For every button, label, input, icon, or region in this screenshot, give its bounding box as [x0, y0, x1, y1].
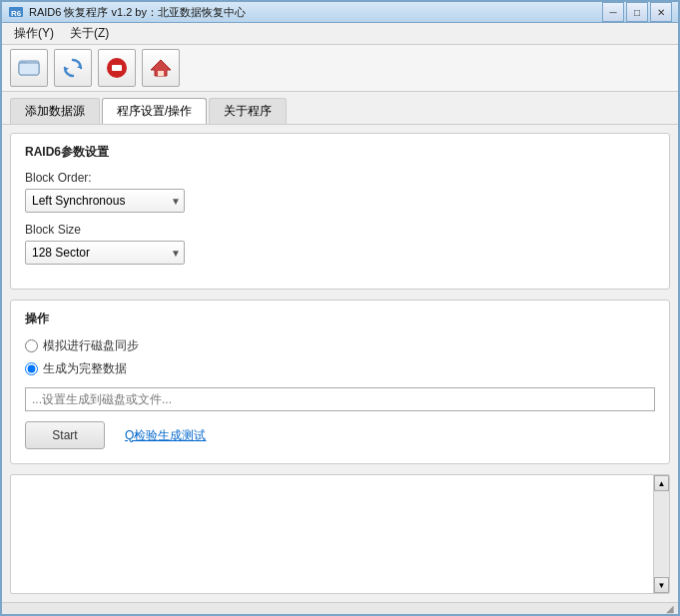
status-bar: ◢ [2, 602, 678, 614]
svg-rect-8 [112, 65, 122, 71]
raid6-settings-section: RAID6参数设置 Block Order: Left Synchronous … [10, 133, 670, 290]
radio-simulate[interactable] [25, 339, 38, 352]
scrollbar: ▲ ▼ [653, 475, 669, 593]
home-icon [149, 56, 173, 80]
stop-icon [105, 56, 129, 80]
toolbar [2, 45, 678, 92]
block-order-label: Block Order: [25, 171, 655, 185]
block-order-group: Block Order: Left Synchronous Left Asymm… [25, 171, 655, 213]
refresh-icon [61, 56, 85, 80]
main-window: R6 RAID6 恢复程序 v1.2 by：北亚数据恢复中心 ─ □ ✕ 操作(… [0, 0, 680, 616]
radio-group-generate: 生成为完整数据 [25, 360, 655, 377]
operation-section: 操作 模拟进行磁盘同步 生成为完整数据 Start Q检验生成测试 [10, 300, 670, 464]
radio-group-simulate: 模拟进行磁盘同步 [25, 337, 655, 354]
block-order-wrapper: Left Synchronous Left Asymmetric Right S… [25, 189, 185, 213]
folder-open-icon [17, 56, 41, 80]
block-size-wrapper: 64 Sector 128 Sector 256 Sector 512 Sect… [25, 241, 185, 265]
output-box: ▲ ▼ [10, 474, 670, 594]
block-size-label: Block Size [25, 223, 655, 237]
block-size-select[interactable]: 64 Sector 128 Sector 256 Sector 512 Sect… [25, 241, 185, 265]
menu-item-about[interactable]: 关于(Z) [62, 23, 117, 44]
menu-item-operations[interactable]: 操作(Y) [6, 23, 62, 44]
window-title: RAID6 恢复程序 v1.2 by：北亚数据恢复中心 [29, 5, 602, 20]
radio-generate[interactable] [25, 362, 38, 375]
resize-grip[interactable]: ◢ [666, 603, 674, 614]
home-button[interactable] [142, 49, 180, 87]
svg-rect-4 [19, 63, 39, 75]
output-path-input[interactable] [25, 387, 655, 411]
raid6-section-title: RAID6参数设置 [25, 144, 655, 161]
tab-program-settings[interactable]: 程序设置/操作 [102, 98, 207, 124]
radio-simulate-label[interactable]: 模拟进行磁盘同步 [43, 337, 139, 354]
scroll-track[interactable] [654, 491, 669, 577]
tab-about-program[interactable]: 关于程序 [209, 98, 287, 124]
scroll-down-button[interactable]: ▼ [654, 577, 669, 593]
stop-button[interactable] [98, 49, 136, 87]
title-bar: R6 RAID6 恢复程序 v1.2 by：北亚数据恢复中心 ─ □ ✕ [2, 2, 678, 23]
window-controls: ─ □ ✕ [602, 2, 672, 22]
app-icon: R6 [8, 4, 24, 20]
operation-section-title: 操作 [25, 310, 655, 327]
block-size-group: Block Size 64 Sector 128 Sector 256 Sect… [25, 223, 655, 265]
verify-link[interactable]: Q检验生成测试 [125, 427, 206, 444]
open-button[interactable] [10, 49, 48, 87]
close-button[interactable]: ✕ [650, 2, 672, 22]
scroll-up-button[interactable]: ▲ [654, 475, 669, 491]
tab-add-data-source[interactable]: 添加数据源 [10, 98, 100, 124]
button-row: Start Q检验生成测试 [25, 411, 655, 449]
start-button[interactable]: Start [25, 421, 105, 449]
content-area: 添加数据源 程序设置/操作 关于程序 RAID6参数设置 Block Order… [2, 92, 678, 602]
svg-rect-10 [158, 71, 164, 76]
minimize-button[interactable]: ─ [602, 2, 624, 22]
tab-bar: 添加数据源 程序设置/操作 关于程序 [2, 92, 678, 125]
maximize-button[interactable]: □ [626, 2, 648, 22]
output-content [15, 479, 665, 589]
tab-content: RAID6参数设置 Block Order: Left Synchronous … [2, 125, 678, 602]
radio-generate-label[interactable]: 生成为完整数据 [43, 360, 127, 377]
menu-bar: 操作(Y) 关于(Z) [2, 23, 678, 45]
block-order-select[interactable]: Left Synchronous Left Asymmetric Right S… [25, 189, 185, 213]
refresh-button[interactable] [54, 49, 92, 87]
svg-text:R6: R6 [11, 9, 22, 18]
